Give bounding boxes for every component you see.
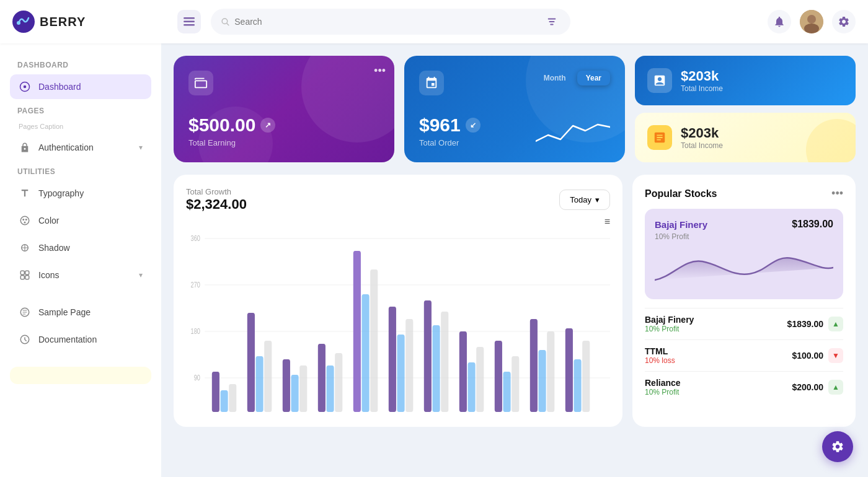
order-label: Total Order [419,138,480,147]
search-input[interactable] [234,17,538,27]
today-button[interactable]: Today ▾ [559,190,610,210]
svg-point-14 [24,222,26,224]
featured-stock-profit: 10% Profit [655,232,833,241]
documentation-icon [19,333,31,346]
sidebar-section-pages: Pages [10,102,151,118]
growth-card: Total Growth $2,324.00 Today ▾ ≡ [174,175,622,427]
svg-rect-49 [432,325,440,412]
stock-reliance-name: Reliance [645,378,681,388]
bar-chart: 360 270 180 90 [186,216,610,414]
earning-label: Total Earning [188,138,379,147]
notification-button[interactable] [768,10,791,33]
icons-label: Icons [38,270,59,280]
stocks-header: Popular Stocks ••• [645,187,843,200]
svg-point-11 [20,216,29,225]
svg-rect-33 [247,313,255,412]
income-yellow-label: Total Income [681,141,723,150]
income-yellow-amount: $203k [681,125,723,141]
svg-rect-42 [353,251,361,412]
sidebar-item-dashboard[interactable]: Dashboard [10,74,151,99]
income-blue-amount: $203k [681,68,723,84]
typography-icon [19,187,31,199]
stock-reliance-right: $200.00 ▲ [792,380,843,395]
svg-rect-48 [424,300,432,412]
fab-settings-button[interactable] [822,431,853,462]
main-layout: Dashboard Dashboard Pages Pages Caption … [0,43,868,477]
logo-text: BERRY [40,15,86,29]
sidebar-item-sample-page[interactable]: Sample Page [10,300,151,325]
pages-caption: Pages Caption [10,120,151,133]
order-chart [536,110,610,147]
svg-rect-53 [476,347,484,412]
icons-icon [19,269,31,281]
color-icon [19,214,31,227]
sample-page-label: Sample Page [38,307,91,317]
sidebar-section-utilities: Utilities [10,162,151,178]
dashboard-label: Dashboard [38,82,81,92]
order-amount: $961 ↙ [419,115,480,136]
stock-bajaj-right: $1839.00 ▲ [787,317,843,331]
income-blue-label: Total Income [681,84,723,93]
income-yellow-info: $203k Total Income [681,125,723,150]
earning-menu-button[interactable]: ••• [374,64,386,77]
avatar[interactable] [800,10,823,33]
logo-icon [12,11,35,33]
sidebar-item-typography[interactable]: Typography [10,181,151,206]
svg-rect-17 [25,271,29,274]
sidebar-item-authentication[interactable]: Authentication ▾ [10,135,151,160]
top-cards: ••• $500.00 ↗ Total Earning [174,56,856,162]
ttml-trend-down-icon: ▼ [828,348,843,363]
svg-text:180: 180 [191,327,200,336]
svg-rect-58 [538,350,546,412]
stocks-card: Popular Stocks ••• Bajaj Finery $1839.00… [632,175,856,427]
filter-button[interactable] [542,12,560,32]
svg-rect-61 [574,359,581,412]
svg-rect-16 [20,271,24,274]
sidebar-item-color[interactable]: Color [10,208,151,233]
bottom-row: Total Growth $2,324.00 Today ▾ ≡ [174,175,856,427]
stock-reliance-info: Reliance 10% Profit [645,378,681,396]
month-tab[interactable]: Month [535,71,575,85]
year-tab[interactable]: Year [577,71,610,85]
typography-label: Typography [38,188,84,198]
sidebar: Dashboard Dashboard Pages Pages Caption … [0,43,161,477]
sidebar-item-documentation[interactable]: Documentation [10,327,151,352]
documentation-label: Documentation [38,335,97,344]
svg-rect-46 [397,335,404,412]
svg-rect-56 [512,356,519,412]
svg-rect-18 [20,276,24,279]
sidebar-item-shadow[interactable]: Shadow [10,235,151,260]
svg-rect-36 [283,359,290,412]
sidebar-item-icons[interactable]: Icons ▾ [10,263,151,287]
svg-rect-4 [184,24,195,26]
svg-rect-55 [503,372,510,412]
stock-featured-top: Bajaj Finery $1839.00 [655,219,833,230]
settings-button[interactable] [832,10,856,33]
svg-rect-54 [495,341,502,412]
svg-rect-43 [361,294,369,412]
order-trend-icon: ↙ [466,118,480,133]
stock-list-item-reliance: Reliance 10% Profit $200.00 ▲ [645,371,843,403]
hamburger-button[interactable] [177,10,201,33]
menu-icon [184,17,195,26]
svg-rect-45 [389,307,396,412]
order-card: Month Year $961 ↙ Total Order [404,56,625,162]
svg-rect-52 [467,362,475,412]
svg-rect-19 [25,276,29,279]
featured-stock-price: $1839.00 [792,219,833,230]
svg-rect-60 [565,328,573,412]
earning-card: ••• $500.00 ↗ Total Earning [174,56,394,162]
stock-ttml-right: $100.00 ▼ [792,348,843,363]
svg-text:360: 360 [191,234,200,243]
sidebar-section-dashboard: Dashboard [10,56,151,72]
svg-text:90: 90 [194,374,200,382]
featured-stock-chart [655,246,833,289]
shadow-icon [19,242,31,254]
svg-rect-62 [582,341,590,412]
earning-trend-icon: ↗ [260,118,275,133]
stock-ttml-price: $100.00 [792,351,823,361]
svg-point-10 [24,85,27,89]
stocks-menu-icon[interactable]: ••• [831,187,843,200]
svg-rect-40 [326,365,334,412]
stock-ttml-info: TTML 10% loss [645,346,675,365]
